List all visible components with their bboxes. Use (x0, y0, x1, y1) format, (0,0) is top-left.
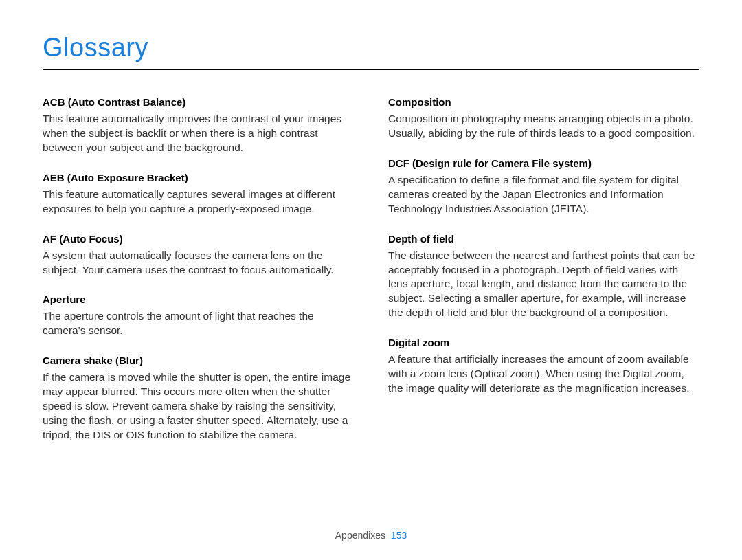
glossary-term: Aperture (43, 293, 354, 305)
glossary-term: DCF (Design rule for Camera File system) (388, 157, 699, 169)
glossary-definition: A system that automatically focuses the … (43, 249, 354, 278)
columns: ACB (Auto Contrast Balance)This feature … (43, 96, 699, 459)
glossary-entry: CompositionComposition in photography me… (388, 96, 699, 141)
left-column: ACB (Auto Contrast Balance)This feature … (43, 96, 354, 459)
glossary-entry: AF (Auto Focus)A system that automatical… (43, 233, 354, 278)
glossary-entry: Camera shake (Blur)If the camera is move… (43, 355, 354, 443)
glossary-entry: AEB (Auto Exposure Bracket)This feature … (43, 172, 354, 216)
glossary-term: Digital zoom (388, 337, 699, 348)
glossary-term: AEB (Auto Exposure Bracket) (43, 172, 354, 183)
glossary-definition: Composition in photography means arrangi… (388, 112, 699, 141)
glossary-definition: A specification to define a file format … (388, 173, 699, 216)
page: Glossary ACB (Auto Contrast Balance)This… (0, 0, 742, 560)
glossary-entry: ApertureThe aperture controls the amount… (43, 293, 354, 338)
glossary-term: Composition (388, 96, 699, 108)
right-column: CompositionComposition in photography me… (388, 96, 699, 459)
glossary-term: AF (Auto Focus) (43, 233, 354, 245)
glossary-term: Depth of field (388, 233, 699, 245)
glossary-definition: The aperture controls the amount of ligh… (43, 309, 354, 338)
glossary-term: Camera shake (Blur) (43, 355, 354, 366)
footer: Appendixes 153 (0, 530, 742, 541)
glossary-definition: This feature automatically captures seve… (43, 188, 354, 216)
glossary-definition: This feature automatically improves the … (43, 112, 354, 155)
footer-page: 153 (391, 530, 407, 541)
glossary-definition: The distance between the nearest and far… (388, 249, 699, 321)
glossary-definition: If the camera is moved while the shutter… (43, 370, 354, 443)
title-rule (43, 69, 699, 70)
glossary-entry: DCF (Design rule for Camera File system)… (388, 157, 699, 216)
glossary-definition: A feature that artificially increases th… (388, 352, 699, 396)
glossary-entry: Depth of fieldThe distance between the n… (388, 233, 699, 321)
footer-section: Appendixes (335, 530, 385, 541)
page-title: Glossary (43, 33, 699, 68)
glossary-entry: Digital zoomA feature that artificially … (388, 337, 699, 396)
glossary-term: ACB (Auto Contrast Balance) (43, 96, 354, 108)
glossary-entry: ACB (Auto Contrast Balance)This feature … (43, 96, 354, 155)
